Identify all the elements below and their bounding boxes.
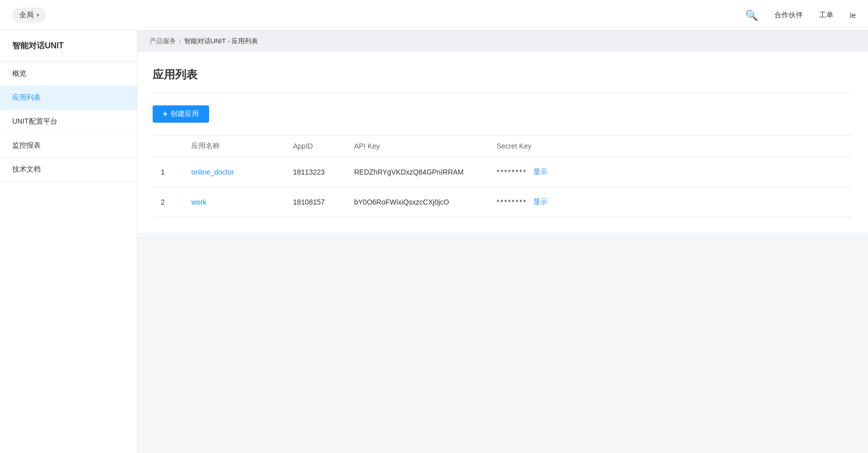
col-header-secretkey: Secret Key <box>488 135 853 157</box>
row1-name: online_doctor <box>183 157 285 187</box>
ie-label: Ie <box>850 11 856 19</box>
sidebar-item-monitor[interactable]: 监控报表 <box>0 134 137 158</box>
row2-name-link[interactable]: work <box>191 198 207 206</box>
col-header-appid: AppID <box>285 135 346 157</box>
page-title: 应用列表 <box>153 67 853 93</box>
partner-link[interactable]: 合作伙伴 <box>774 11 803 20</box>
app-table: 应用名称 AppID API Key Secret Key 1 online_d… <box>153 135 853 217</box>
breadcrumb-separator: / <box>179 38 181 45</box>
top-navigation: 全局 ▾ 🔍 合作伙伴 工单 Ie <box>0 0 868 31</box>
sidebar-item-overview[interactable]: 概览 <box>0 62 137 86</box>
row2-secret-display: ******** 显示 <box>497 197 845 207</box>
main-content: 产品服务 / 智能对话UNIT - 应用列表 应用列表 + 创建应用 应用名称 … <box>137 31 868 453</box>
row1-appid: 18113223 <box>285 157 346 187</box>
breadcrumb: 产品服务 / 智能对话UNIT - 应用列表 <box>137 31 868 52</box>
row1-secretkey: ******** 显示 <box>488 157 853 187</box>
plus-icon: + <box>163 109 167 119</box>
create-app-label: 创建应用 <box>170 109 199 119</box>
sidebar-item-unit-config[interactable]: UNIT配置平台 <box>0 110 137 134</box>
nav-right: 🔍 合作伙伴 工单 Ie <box>745 9 856 21</box>
breadcrumb-current: 智能对话UNIT - 应用列表 <box>184 37 258 46</box>
page-body: 应用列表 + 创建应用 应用名称 AppID API Key Secret Ke… <box>137 52 868 233</box>
table-row: 2 work 18108157 bY0O6RoFWixiQsxzcCXj0jcO… <box>153 187 853 217</box>
sidebar-title: 智能对话UNIT <box>0 31 137 62</box>
sidebar-item-tech-docs[interactable]: 技术文档 <box>0 158 137 182</box>
row1-apikey: REDZhRYgVKDxzQ84GPnIRRAM <box>346 157 488 187</box>
row2-secret-masked: ******** <box>497 198 527 206</box>
breadcrumb-root[interactable]: 产品服务 <box>150 37 176 46</box>
global-selector[interactable]: 全局 ▾ <box>12 8 46 23</box>
sidebar-item-app-list[interactable]: 应用列表 <box>0 86 137 110</box>
row2-appid: 18108157 <box>285 187 346 217</box>
row1-secret-display: ******** 显示 <box>497 167 845 177</box>
col-header-apikey: API Key <box>346 135 488 157</box>
table-row: 1 online_doctor 18113223 REDZhRYgVKDxzQ8… <box>153 157 853 187</box>
col-header-name: 应用名称 <box>183 135 285 157</box>
table-header-row: 应用名称 AppID API Key Secret Key <box>153 135 853 157</box>
col-header-index <box>153 135 183 157</box>
row2-show-link[interactable]: 显示 <box>533 197 547 207</box>
row2-apikey: bY0O6RoFWixiQsxzcCXj0jcO <box>346 187 488 217</box>
row2-name: work <box>183 187 285 217</box>
row1-name-link[interactable]: online_doctor <box>191 168 234 176</box>
create-app-button[interactable]: + 创建应用 <box>153 105 209 123</box>
chevron-down-icon: ▾ <box>37 12 39 18</box>
main-layout: 智能对话UNIT 概览 应用列表 UNIT配置平台 监控报表 技术文档 产品服务… <box>0 31 868 453</box>
sidebar: 智能对话UNIT 概览 应用列表 UNIT配置平台 监控报表 技术文档 <box>0 31 137 453</box>
row1-secret-masked: ******** <box>497 168 527 176</box>
workorder-link[interactable]: 工单 <box>819 11 833 20</box>
row2-secretkey: ******** 显示 <box>488 187 853 217</box>
row1-show-link[interactable]: 显示 <box>533 167 547 177</box>
search-icon[interactable]: 🔍 <box>745 9 758 21</box>
row2-index: 2 <box>153 187 183 217</box>
row1-index: 1 <box>153 157 183 187</box>
global-label: 全局 <box>19 11 34 20</box>
